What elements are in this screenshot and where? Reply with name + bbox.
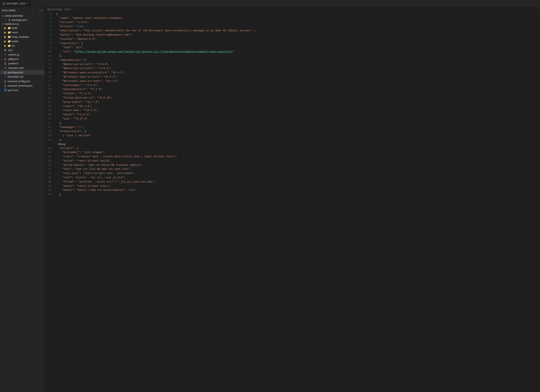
code-line-12: "dependencies": { — [56, 58, 540, 62]
node-modules-color-icon: 📁 — [8, 35, 11, 38]
code-line-11: }, — [56, 54, 540, 58]
sidebar-item-node-modules[interactable]: ▶ 📁 node_modules — [0, 35, 44, 39]
code-line-20: "formik": "^1.3.1", — [56, 92, 540, 96]
prettierrc-label: .prettierrc — [8, 62, 19, 65]
mock-label: mock — [12, 31, 18, 34]
tab-close-button[interactable]: × — [27, 2, 29, 5]
open-editor-package-json[interactable]: × {} package.json — [0, 18, 44, 22]
code-line-41: "eject": "react-scripts eject", — [56, 184, 540, 188]
code-line-17: "@transact-open-ux/react": "24.4.1", — [56, 79, 540, 83]
breadcrumb-separator: › — [71, 8, 72, 11]
gitignore-label: .gitignore — [8, 58, 18, 60]
tab-json-icon: {} — [2, 2, 6, 5]
code-line-26: "yup": "^0.27.0" — [56, 117, 540, 121]
code-line-33: "precommit": "lint-staged", — [56, 150, 540, 155]
explorer-more-icon[interactable]: ··· — [39, 9, 42, 12]
sidebar-item-readme[interactable]: ℹ README.md — [0, 75, 44, 79]
sidebar-item-prettierrc[interactable]: {} .prettierrc — [0, 61, 44, 65]
code-line-34: "start": "transact mock --routes mock/ro… — [56, 155, 540, 159]
src-label: src — [12, 44, 15, 47]
public-folder-icon: ▶ — [4, 40, 7, 43]
package-json-icon: {} — [4, 71, 7, 74]
code-line-3: "version": "1.0.0", — [56, 20, 540, 25]
code-line-37: "test": "npm run lint && npm run test:un… — [56, 167, 540, 171]
env-gear-icon: ⚙ — [4, 49, 7, 52]
code-line-19: "eventemitter2": "^6.4.5", — [56, 87, 540, 92]
mock-folder-color-icon: 📁 — [8, 31, 11, 34]
code-line-8: "repository": { — [56, 41, 540, 46]
tab-label: package.json — [7, 2, 26, 5]
sidebar-item-src[interactable]: ▶ 📁 src — [0, 43, 44, 48]
sidebar-item-transact-config[interactable]: {} transact-config.json — [0, 79, 44, 83]
code-line-29: "browserslist": [ — [56, 129, 540, 134]
code-line-14: "@material-ui/icons": "^3.0.2", — [56, 66, 540, 71]
code-line-15: "@transact-open-ux/analytics": "24.4.1", — [56, 71, 540, 75]
package-json-tab[interactable]: {} package.json × — [0, 0, 32, 7]
code-line-10: "url": "https://avoka-gitlab.avoka.com/j… — [56, 50, 540, 54]
open-editors-section: ▼ OPEN EDITORS — [0, 14, 44, 18]
sidebar-item-yarn-lock[interactable]: 👤 yarn.lock — [0, 88, 44, 92]
mock-folder-icon: ▶ — [4, 31, 7, 34]
readme-label: README.md — [8, 75, 23, 78]
code-line-2: "name": "openux-react-analytics-example"… — [56, 16, 540, 20]
sidebar-item-package-json[interactable]: {} package.json — [0, 70, 44, 75]
sidebar-item-transact-auth[interactable]: ≡ .transact-auth — [0, 65, 44, 70]
transact-schema-icon: {} — [4, 84, 7, 87]
breadcrumb-json-icon: {} — [47, 8, 50, 11]
readme-icon: ℹ — [4, 75, 7, 78]
yarn-lock-icon: 👤 — [4, 89, 7, 91]
code-line-18: "classnames": "^2.2.6", — [56, 83, 540, 88]
sidebar-item-transact-schema[interactable]: {} transact-schema.json — [0, 83, 44, 88]
code-line-43: }, — [56, 192, 540, 197]
open-editors-chevron: ▼ — [2, 15, 4, 17]
code-line-38: "test:unit": "react-scripts test --env=j… — [56, 171, 540, 176]
transact-schema-label: transact-schema.json — [8, 84, 33, 87]
transact-auth-label: .transact-auth — [8, 66, 24, 70]
code-line-22: "prop-types": "^15.7.2", — [56, 100, 540, 104]
src-folder-icon: ▶ — [4, 44, 7, 47]
sidebar-item-build[interactable]: ▶ 📁 build — [0, 26, 44, 30]
src-color-icon: 📁 — [8, 44, 11, 47]
sidebar-item-env[interactable]: ⚙ .env — [0, 48, 44, 52]
node-modules-label: node_modules — [12, 35, 29, 38]
debug-label: Debug — [58, 142, 65, 146]
code-lines: { "name": "openux-react-analytics-exampl… — [55, 12, 540, 197]
node18-cli-label: NODE18-CLI — [5, 23, 19, 25]
code-line-4: "private": true, — [56, 25, 540, 29]
transact-config-label: transact-config.json — [8, 80, 30, 83]
code-line-31: ], — [56, 138, 540, 142]
code-line-9: "type": "git", — [56, 45, 540, 50]
prettier-icon: {} — [4, 62, 7, 65]
open-editors-label: OPEN EDITORS — [5, 15, 23, 17]
editor-content[interactable]: 12345 678910 1112131415 1617181920 21222… — [44, 12, 540, 392]
code-line-25: "watch": "^1.0.2", — [56, 113, 540, 117]
editor-area: {} package.json › ... 12345 678910 11121… — [44, 7, 540, 392]
debug-line[interactable]: ▷ Debug — [56, 142, 540, 146]
explorer-header: EXPLORER ··· — [0, 7, 44, 14]
code-line-7: "license": "Apache-2.0", — [56, 37, 540, 41]
code-line-28: "homepage": ".", — [56, 125, 540, 130]
node18-cli-chevron: ▼ — [2, 23, 4, 25]
node-modules-folder-icon: ▶ — [4, 35, 7, 38]
open-editor-close-icon[interactable]: × — [4, 18, 7, 21]
yarn-lock-label: yarn.lock — [8, 89, 18, 92]
open-editor-label: package.json — [12, 18, 27, 21]
sidebar-item-gitignore[interactable]: ◆ .gitignore — [0, 57, 44, 61]
env-label: .env — [8, 49, 13, 52]
sidebar-item-mock[interactable]: ▶ 📁 mock — [0, 30, 44, 35]
code-line-6: "author": "Kym Dusting <kdusting@temenos… — [56, 33, 540, 37]
sidebar-item-public[interactable]: ▶ 📁 public — [0, 39, 44, 43]
code-line-16: "@transact-open-ux/core": "24.4.1", — [56, 75, 540, 79]
code-line-30: | "last 2 version" — [56, 134, 540, 138]
eslint-icon: ● — [4, 53, 7, 56]
code-line-35: "build": "react-scripts build", — [56, 159, 540, 163]
tab-bar: {} package.json × — [0, 0, 540, 7]
transact-config-icon: {} — [4, 80, 7, 83]
debug-run-icon: ▷ — [56, 142, 58, 146]
code-line-13: "@material-ui/core": "^3.9.3", — [56, 62, 540, 67]
node18-cli-section: ▼ NODE18-CLI — [0, 22, 44, 26]
line-numbers: 12345 678910 1112131415 1617181920 21222… — [44, 12, 55, 197]
sidebar-item-eslintrc[interactable]: ● .eslintrc.js — [0, 52, 44, 57]
build-folder-icon: ▶ — [4, 26, 7, 30]
code-line-40: "format": "prettier --write src/**/*.{js… — [56, 180, 540, 184]
